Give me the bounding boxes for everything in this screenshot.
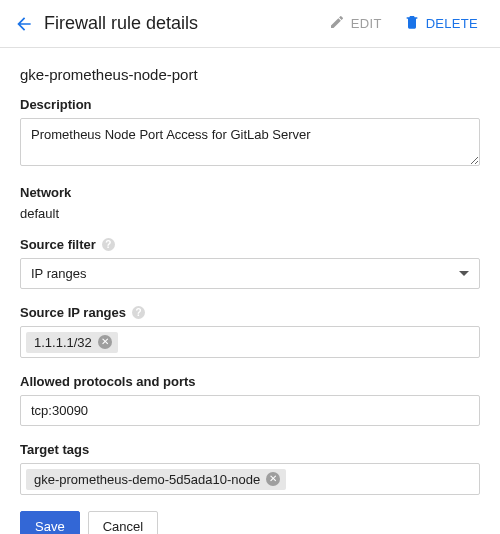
source-ip-field: Source IP ranges ? 1.1.1.1/32 ✕ <box>20 305 480 358</box>
allowed-protocols-input[interactable] <box>20 395 480 426</box>
action-row: Save Cancel <box>20 511 480 534</box>
help-icon[interactable]: ? <box>132 306 145 319</box>
chevron-down-icon <box>459 271 469 276</box>
source-filter-label: Source filter ? <box>20 237 480 252</box>
pencil-icon <box>329 14 345 33</box>
remove-chip-icon[interactable]: ✕ <box>266 472 280 486</box>
target-tags-input[interactable]: gke-prometheus-demo-5d5ada10-node ✕ <box>20 463 480 495</box>
source-filter-field: Source filter ? IP ranges <box>20 237 480 289</box>
edit-button[interactable]: EDIT <box>323 10 388 37</box>
rule-name: gke-prometheus-node-port <box>20 66 480 83</box>
source-filter-selected: IP ranges <box>31 266 86 281</box>
delete-button[interactable]: DELETE <box>398 10 484 37</box>
allowed-protocols-field: Allowed protocols and ports <box>20 374 480 426</box>
delete-label: DELETE <box>426 16 478 31</box>
tag-chip: gke-prometheus-demo-5d5ada10-node ✕ <box>26 469 286 490</box>
description-field: Description <box>20 97 480 169</box>
trash-icon <box>404 14 420 33</box>
ip-chip: 1.1.1.1/32 ✕ <box>26 332 118 353</box>
network-label: Network <box>20 185 480 200</box>
source-ip-label: Source IP ranges ? <box>20 305 480 320</box>
target-tags-field: Target tags gke-prometheus-demo-5d5ada10… <box>20 442 480 495</box>
network-value: default <box>20 206 480 221</box>
network-field: Network default <box>20 185 480 221</box>
help-icon[interactable]: ? <box>102 238 115 251</box>
tag-chip-label: gke-prometheus-demo-5d5ada10-node <box>34 472 260 487</box>
content-area: gke-prometheus-node-port Description Net… <box>0 48 500 534</box>
cancel-button[interactable]: Cancel <box>88 511 158 534</box>
remove-chip-icon[interactable]: ✕ <box>98 335 112 349</box>
allowed-protocols-label: Allowed protocols and ports <box>20 374 480 389</box>
save-button[interactable]: Save <box>20 511 80 534</box>
page-header: Firewall rule details EDIT DELETE <box>0 0 500 48</box>
page-title: Firewall rule details <box>44 13 313 34</box>
back-arrow-icon[interactable] <box>14 14 34 34</box>
description-input[interactable] <box>20 118 480 166</box>
source-ip-label-text: Source IP ranges <box>20 305 126 320</box>
ip-chip-label: 1.1.1.1/32 <box>34 335 92 350</box>
target-tags-label: Target tags <box>20 442 480 457</box>
description-label: Description <box>20 97 480 112</box>
edit-label: EDIT <box>351 16 382 31</box>
source-ip-input[interactable]: 1.1.1.1/32 ✕ <box>20 326 480 358</box>
source-filter-label-text: Source filter <box>20 237 96 252</box>
source-filter-select[interactable]: IP ranges <box>20 258 480 289</box>
